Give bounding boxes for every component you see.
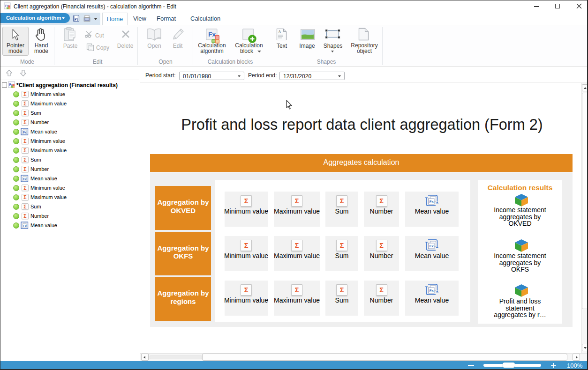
svg-text:Fx: Fx [208,31,216,38]
svg-text:Fx: Fx [430,200,434,204]
svg-text:A: A [278,30,281,34]
svg-text:Fx: Fx [23,131,27,134]
svg-text:Fx: Fx [23,224,27,228]
svg-text:Fx: Fx [430,289,434,293]
svg-text:Fx: Fx [23,178,27,181]
svg-text:Fx: Fx [430,244,434,248]
svg-text:Fx: Fx [9,83,13,86]
